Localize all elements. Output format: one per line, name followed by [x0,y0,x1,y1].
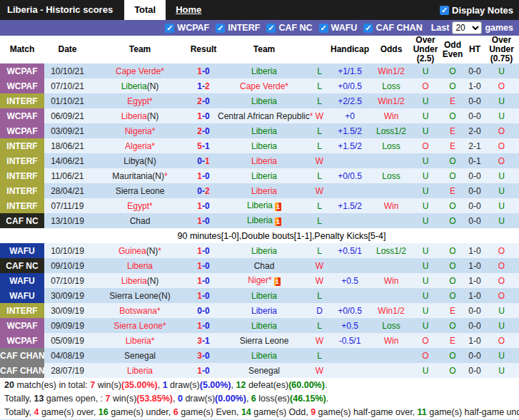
odd-even-cell: E [440,93,465,108]
handicap-cell [328,363,371,378]
ht-score-cell: 0-0 [465,93,484,108]
handicap-cell: +1/1.5 [328,63,371,78]
score-cell: 2-0 [189,93,218,108]
result-letter-cell: D [311,303,328,318]
filter-label: CAF CHAN [376,23,422,33]
ht-score-cell: 1-0 [465,273,484,288]
odd-even-cell: O [440,213,465,228]
games-count-select[interactable]: 20 [452,21,482,34]
away-team-cell: Liberia [218,348,311,363]
filter-item-caf-nc: ✓CAF NC [266,23,312,33]
filter-checkbox-caf-nc[interactable]: ✓ [266,24,276,33]
filter-checkbox-wafu[interactable]: ✓ [319,24,328,33]
home-team-cell: Liberia(N) [91,78,189,93]
match-row: CAF CHAN04/08/19Senegal3-0LiberiaLOO0-0U [0,348,519,363]
match-row: INTERF01/10/21Egypt*2-0LiberiaL+2/2.5Win… [0,93,519,108]
tab-total[interactable]: Total [124,0,166,20]
score-cell: 1-2 [189,78,218,93]
handicap-cell: +0/0.5 [328,303,371,318]
score-cell: 1-0 [189,213,218,228]
ht-score-cell: 0-0 [465,363,484,378]
result-letter-cell: W [311,108,328,123]
odds-cell: Win1/2 [371,303,411,318]
handicap-cell [328,258,371,273]
competition-badge: INTERF [0,303,44,318]
match-row: WAFU30/09/19Sierra Leone(N)1-0LiberiaLUO… [0,288,519,303]
result-letter-cell: L [311,138,328,153]
score-cell: 2-0 [189,123,218,138]
over-under-075-cell: U [484,303,519,318]
handicap-cell [328,153,371,168]
competition-badge: INTERF [0,198,44,213]
handicap-cell: +0.5/1 [328,243,371,258]
filter-checkbox-interf[interactable]: ✓ [216,24,225,33]
score-cell: 1-0 [189,273,218,288]
filter-checkbox-caf-chan[interactable]: ✓ [363,24,373,33]
match-row: WCPAF09/09/19Sierra Leone*1-0LiberiaL+0.… [0,318,519,333]
home-team-cell: Sierra Leone [91,183,189,198]
away-team-cell: Liberia [218,183,311,198]
odds-cell [371,363,411,378]
match-row: CAF NC09/10/19Liberia1-0ChadWUO1-0O [0,258,519,273]
over-under-075-cell: O [484,288,519,303]
result-letter-cell: W [311,183,328,198]
display-notes-checkbox[interactable]: ✓ [440,6,449,15]
ht-score-cell: 1-0 [465,78,484,93]
competition-badge: WCPAF [0,78,44,93]
over-under-25-cell: O [411,138,440,153]
ht-score-cell: 0-0 [465,198,484,213]
odd-even-cell: E [440,303,465,318]
column-header: Team [218,36,311,63]
over-under-25-cell: U [411,168,440,183]
score-cell: 3-1 [189,333,218,348]
filter-label: CAF NC [278,23,312,33]
away-team-cell: Liberia [218,288,311,303]
over-under-25-cell: U [411,303,440,318]
handicap-cell: +2/2.5 [328,93,371,108]
competition-badge: WCPAF [0,108,44,123]
home-team-cell: Sierra Leone* [91,318,189,333]
date-cell: 07/10/21 [44,78,91,93]
odd-even-cell: O [440,258,465,273]
odds-cell: Win [371,273,411,288]
over-under-075-cell: O [484,273,519,288]
ht-score-cell: 2-0 [465,123,484,138]
score-cell: 3-0 [189,348,218,363]
odd-even-cell: O [440,318,465,333]
score-cell: 0-0 [189,303,218,318]
over-under-075-cell: O [484,333,519,348]
competition-badge: CAF CHAN [0,363,44,378]
ht-score-cell: 0-0 [465,213,484,228]
over-under-25-cell: U [411,243,440,258]
ht-score-cell: 0-0 [465,303,484,318]
filter-checkbox-wcpaf[interactable]: ✓ [165,24,174,33]
competition-badge: CAF NC [0,258,44,273]
over-under-075-cell: O [484,153,519,168]
odds-cell [371,288,411,303]
over-under-075-cell: O [484,123,519,138]
handicap-cell: +1.5/2 [328,198,371,213]
ht-score-cell: 0-0 [465,183,484,198]
score-cell: 0-1 [189,153,218,168]
ht-score-cell: 2-1 [465,138,484,153]
page-title: Liberia - Historic scores [0,0,124,20]
home-team-cell: Liberia [91,363,189,378]
red-card-icon: 1 [275,203,281,211]
over-under-25-cell: U [411,273,440,288]
date-cell: 09/09/19 [44,318,91,333]
tab-home[interactable]: Home [166,0,211,20]
away-team-cell: Central African Republic* [218,108,311,123]
ht-score-cell: 1-0 [465,288,484,303]
date-cell: 05/09/19 [44,333,91,348]
score-cell: 1-0 [189,198,218,213]
home-team-cell: Guinea(N)* [91,243,189,258]
date-cell: 13/10/19 [44,213,91,228]
away-team-cell: Liberia [218,123,311,138]
match-row: WCPAF06/09/21Liberia(N)1-0Central Africa… [0,108,519,123]
column-header: Team [91,36,189,63]
date-cell: 14/06/21 [44,153,91,168]
over-under-25-cell: U [411,363,440,378]
table-header-row: MatchDateTeamResultTeamHandicapOddsOver … [0,36,519,63]
score-cell: 1-0 [189,243,218,258]
home-team-cell: Liberia [91,258,189,273]
